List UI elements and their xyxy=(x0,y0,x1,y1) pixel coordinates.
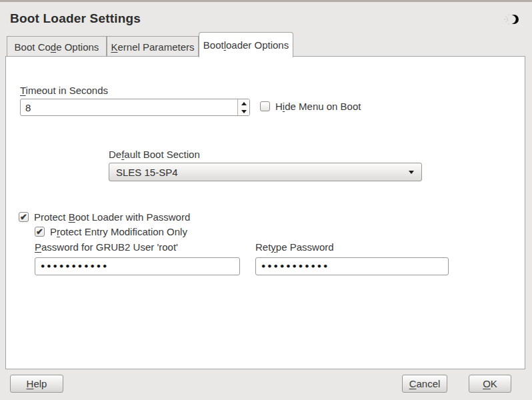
arrow-up-icon xyxy=(241,102,247,105)
grub2-password-field-box xyxy=(35,257,240,275)
tab-kernel-parameters[interactable]: Kernel Parameters xyxy=(107,36,199,57)
cancel-button-label: Cancel xyxy=(409,378,441,389)
default-boot-section-dropdown[interactable]: SLES 15-SP4 xyxy=(109,163,422,181)
protect-entry-label: Protect Entry Modification Only xyxy=(50,226,187,237)
retype-password-input[interactable] xyxy=(256,258,448,275)
grub2-password-label: Password for GRUB2 User 'root' xyxy=(35,241,178,253)
ok-button-label: OK xyxy=(483,378,497,389)
grub2-password-input[interactable] xyxy=(35,258,239,275)
retype-password-field-box xyxy=(255,257,449,275)
retype-password-label: Retype Password xyxy=(255,241,334,253)
protect-password-checkbox[interactable]: ✔ xyxy=(19,212,29,222)
tab-boot-code-options[interactable]: Boot Code Options xyxy=(7,36,107,57)
cancel-button[interactable]: Cancel xyxy=(402,375,447,393)
help-button[interactable]: Help xyxy=(10,375,63,393)
hide-menu-label: Hide Menu on Boot xyxy=(275,101,361,112)
timeout-spinner[interactable] xyxy=(20,99,250,116)
protect-entry-checkbox[interactable]: ✔ xyxy=(35,227,45,237)
tab-label: Boot Code Options xyxy=(15,41,99,53)
moon-icon[interactable] xyxy=(504,12,521,27)
arrow-down-icon xyxy=(241,110,247,113)
boot-loader-settings-dialog: Boot Loader Settings Boot Code Options K… xyxy=(0,0,532,400)
window-top-strip xyxy=(0,0,532,2)
spinner-buttons xyxy=(237,99,249,115)
chevron-down-icon xyxy=(409,171,414,174)
timeout-label: Timeout in Seconds xyxy=(20,85,108,96)
page-title: Boot Loader Settings xyxy=(10,11,141,26)
spin-up-button[interactable] xyxy=(238,99,249,107)
protect-password-checkbox-row[interactable]: ✔ Protect Boot Loader with Password xyxy=(19,211,190,223)
tab-label: Bootloader Options xyxy=(203,39,289,51)
hide-menu-checkbox[interactable] xyxy=(260,101,270,111)
default-boot-section-label: Default Boot Section xyxy=(109,149,200,160)
tab-label: Kernel Parameters xyxy=(111,41,194,53)
hide-menu-checkbox-row[interactable]: Hide Menu on Boot xyxy=(260,101,361,112)
ok-button[interactable]: OK xyxy=(469,375,511,393)
protect-entry-checkbox-row[interactable]: ✔ Protect Entry Modification Only xyxy=(35,226,187,237)
protect-password-label: Protect Boot Loader with Password xyxy=(34,211,190,223)
dropdown-selected-value: SLES 15-SP4 xyxy=(109,167,409,178)
tab-bootloader-options[interactable]: Bootloader Options xyxy=(199,32,293,57)
help-button-label: Help xyxy=(27,378,47,389)
timeout-input[interactable] xyxy=(21,99,237,115)
spin-down-button[interactable] xyxy=(238,107,249,115)
